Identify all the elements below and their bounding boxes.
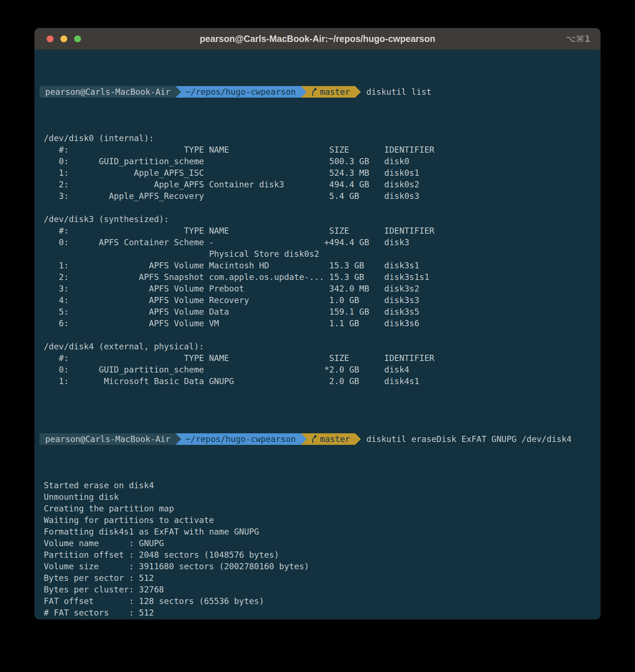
prompt-cwd-label: ~/repos/hugo-cwpearson bbox=[186, 86, 296, 98]
prompt-cwd-label: ~/repos/hugo-cwpearson bbox=[186, 433, 296, 445]
diskutil-list-output: /dev/disk0 (internal): #: TYPE NAME SIZE… bbox=[44, 132, 600, 399]
erase-disk-output: Started erase on disk4 Unmounting disk C… bbox=[44, 480, 600, 619]
powerline-separator-icon bbox=[355, 433, 361, 445]
prompt-branch-label: master bbox=[320, 433, 350, 445]
shell-prompt-1: pearson@Carls-MacBook-Air ~/repos/hugo-c… bbox=[39, 86, 600, 98]
prompt-branch-label: master bbox=[320, 86, 350, 98]
powerline-separator-icon bbox=[175, 433, 181, 445]
window-shortcut-badge: ⌥⌘1 bbox=[566, 34, 591, 44]
prompt-user-host: pearson@Carls-MacBook-Air bbox=[39, 86, 175, 98]
powerline-separator-icon bbox=[175, 86, 181, 98]
titlebar[interactable]: pearson@Carls-MacBook-Air:~/repos/hugo-c… bbox=[35, 28, 600, 50]
powerline-separator-icon bbox=[301, 86, 307, 98]
terminal-window: pearson@Carls-MacBook-Air:~/repos/hugo-c… bbox=[35, 28, 600, 619]
command-text: diskutil eraseDisk ExFAT GNUPG /dev/disk… bbox=[366, 433, 572, 445]
prompt-cwd: ~/repos/hugo-cwpearson bbox=[175, 433, 301, 445]
terminal-content[interactable]: pearson@Carls-MacBook-Air ~/repos/hugo-c… bbox=[35, 50, 600, 619]
powerline-separator-icon bbox=[301, 433, 307, 445]
command-text: diskutil list bbox=[366, 86, 431, 98]
shell-prompt-2: pearson@Carls-MacBook-Air ~/repos/hugo-c… bbox=[39, 433, 600, 445]
prompt-cwd: ~/repos/hugo-cwpearson bbox=[175, 86, 301, 98]
prompt-git-branch: master bbox=[301, 86, 355, 98]
prompt-user-host: pearson@Carls-MacBook-Air bbox=[39, 433, 175, 445]
powerline-separator-icon bbox=[355, 86, 361, 98]
git-branch-icon bbox=[311, 88, 317, 96]
prompt-git-branch: master bbox=[301, 433, 355, 445]
window-title: pearson@Carls-MacBook-Air:~/repos/hugo-c… bbox=[35, 34, 600, 44]
git-branch-icon bbox=[311, 435, 317, 443]
